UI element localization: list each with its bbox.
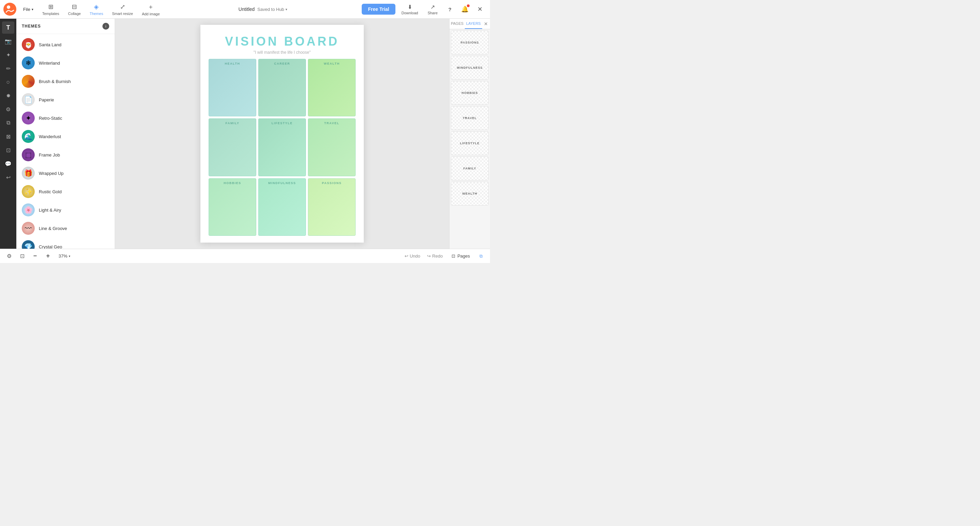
tool-smart-resize[interactable]: ⤢ Smart resize	[108, 2, 137, 17]
vb-cell-passions[interactable]: PASSIONS	[308, 178, 356, 236]
left-icon-speech[interactable]: 💬	[2, 157, 14, 170]
doc-title[interactable]: Untitled	[239, 6, 255, 12]
vb-cell-family[interactable]: FAMILY	[208, 118, 256, 176]
theme-item-wrapped-up[interactable]: 🎁 Wrapped Up	[16, 164, 115, 182]
left-icon-crop[interactable]: ⊠	[2, 130, 14, 143]
vb-cell-lifestyle[interactable]: LIFESTYLE	[258, 118, 306, 176]
left-icon-adjust[interactable]: ⚙	[2, 103, 14, 115]
right-close-button[interactable]: ✕	[482, 19, 490, 29]
pages-label: Pages	[457, 253, 470, 259]
canvas-size-button[interactable]: ⊡	[17, 251, 27, 261]
zoom-display[interactable]: 37% ▾	[56, 252, 73, 260]
theme-thumb-line-groove: 〰	[22, 222, 35, 235]
theme-item-retro-static[interactable]: ✦ Retro-Static	[16, 109, 115, 127]
notification-button[interactable]: 🔔	[459, 3, 471, 15]
settings-icon: ⚙	[7, 253, 11, 259]
left-iconbar: T 📷 ✦ ✏ ○ ✸ ⚙ ⧉ ⊠ ⊡ 💬	[0, 19, 16, 249]
share-label: Share	[428, 11, 438, 15]
theme-item-paperie[interactable]: 📄 Paperie	[16, 91, 115, 109]
left-icon-text[interactable]: T	[2, 21, 14, 34]
layers-icon: ⧉	[6, 120, 10, 126]
vb-cell-travel[interactable]: TRAVEL	[308, 118, 356, 176]
layer-item-hobbies[interactable]: HOBBIES	[451, 81, 488, 105]
vb-cell-career-label: CAREER	[274, 62, 290, 65]
zoom-in-button[interactable]: +	[43, 251, 53, 261]
help-icon: ?	[448, 6, 451, 12]
pages-button[interactable]: ⊡ Pages	[448, 252, 473, 260]
theme-item-wanderlust[interactable]: 🌊 Wanderlust	[16, 127, 115, 146]
redo-label: Redo	[432, 253, 443, 259]
help-button[interactable]: ?	[444, 3, 456, 15]
tool-templates[interactable]: ⊞ Templates	[38, 2, 63, 17]
vb-cell-health[interactable]: HEALTH	[208, 59, 256, 116]
vision-board-grid: HEALTH CAREER WEALTH FAMILY LIFESTYLE TR…	[208, 59, 356, 236]
download-label: Download	[401, 11, 418, 15]
layer-checker	[451, 56, 488, 79]
tab-layers[interactable]: LAYERS	[465, 19, 482, 29]
themes-info-icon[interactable]: i	[102, 23, 109, 30]
layer-item-wealth[interactable]: WEALTH	[451, 182, 488, 205]
theme-name-line-groove: Line & Groove	[39, 226, 67, 231]
layers-button[interactable]: ⧉	[476, 252, 486, 260]
zoom-out-button[interactable]: −	[30, 251, 40, 261]
left-icon-paint[interactable]: ✏	[2, 62, 14, 75]
bottom-right: ⊡ Pages ⧉	[448, 252, 486, 260]
tab-pages[interactable]: PAGES	[450, 19, 465, 29]
left-icon-pages[interactable]: ⊡	[2, 144, 14, 156]
left-icon-layers[interactable]: ⧉	[2, 117, 14, 129]
download-button[interactable]: ⬇ Download	[398, 2, 422, 17]
tool-add-image[interactable]: ＋ Add image	[138, 1, 164, 18]
left-icon-stickers[interactable]: ✸	[2, 89, 14, 102]
share-button[interactable]: ↗ Share	[424, 2, 441, 17]
smart-resize-icon: ⤢	[120, 3, 125, 11]
layers-list: PASSIONS MINDFULNESS HOBBIES TRAVEL LIFE…	[450, 29, 490, 249]
undo-button[interactable]: ↩ Undo	[402, 252, 423, 260]
undo-icon-left: ↩	[6, 174, 11, 181]
left-icon-photo[interactable]: 📷	[2, 35, 14, 47]
theme-item-santa-land[interactable]: 🎅 Santa Land	[16, 35, 115, 54]
pages-icon-bottom: ⊡	[452, 253, 455, 259]
saved-to-hub[interactable]: Saved to Hub ▾	[257, 7, 287, 12]
app-logo[interactable]	[3, 2, 17, 16]
left-icon-undo[interactable]: ↩	[2, 171, 14, 183]
theme-item-frame-job[interactable]: ⬚ Frame Job	[16, 146, 115, 164]
layer-item-travel[interactable]: TRAVEL	[451, 106, 488, 130]
vb-cell-wealth[interactable]: WEALTH	[308, 59, 356, 116]
theme-thumb-light-airy: 🌸	[22, 203, 35, 216]
themes-icon: ◈	[94, 3, 99, 11]
canvas-size-icon: ⊡	[20, 253, 24, 259]
left-icon-circle[interactable]: ○	[2, 76, 14, 88]
theme-item-light-airy[interactable]: 🌸 Light & Airy	[16, 201, 115, 219]
theme-item-brush-burnish[interactable]: Brush & Burnish	[16, 72, 115, 91]
tool-collage[interactable]: ⊟ Collage	[64, 2, 85, 17]
crop-icon: ⊠	[6, 133, 11, 140]
layer-checker	[451, 81, 488, 105]
layer-item-lifestyle[interactable]: LIFESTYLE	[451, 131, 488, 155]
theme-item-crystal-geo[interactable]: 💎 Crystal Geo	[16, 237, 115, 249]
theme-item-rustic-gold[interactable]: ✨ Rustic Gold	[16, 182, 115, 201]
left-icon-effects[interactable]: ✦	[2, 49, 14, 61]
themes-label: Themes	[89, 11, 103, 16]
tool-themes[interactable]: ◈ Themes	[86, 2, 107, 17]
settings-button[interactable]: ⚙	[4, 251, 14, 261]
layer-item-mindfulness[interactable]: MINDFULNESS	[451, 56, 488, 79]
theme-item-winterland[interactable]: ❄ Winterland	[16, 54, 115, 72]
file-menu[interactable]: File ▾	[20, 5, 37, 14]
vb-cell-mindfulness[interactable]: MINDFULNESS	[258, 178, 306, 236]
vb-cell-health-label: HEALTH	[225, 62, 240, 65]
close-button[interactable]: ✕	[474, 3, 486, 15]
layer-item-family[interactable]: FAMILY	[451, 157, 488, 180]
bottom-bar: ⚙ ⊡ − + 37% ▾ ↩ Undo ↪ Redo ⊡ Pages ⧉	[0, 249, 490, 263]
theme-name-retro-static: Retro-Static	[39, 116, 62, 121]
vb-cell-career[interactable]: CAREER	[258, 59, 306, 116]
notification-badge	[467, 5, 469, 7]
paint-icon: ✏	[6, 65, 11, 72]
free-trial-button[interactable]: Free Trial	[362, 4, 395, 14]
theme-item-line-groove[interactable]: 〰 Line & Groove	[16, 219, 115, 237]
redo-button[interactable]: ↪ Redo	[424, 252, 445, 260]
undo-redo-group: ↩ Undo ↪ Redo	[402, 252, 445, 260]
theme-thumb-brush-burnish	[22, 75, 35, 88]
vb-cell-hobbies[interactable]: HOBBIES	[208, 178, 256, 236]
layer-item-passions[interactable]: PASSIONS	[451, 31, 488, 54]
vision-board: VISION BOARD "I will manifest the life I…	[200, 25, 364, 243]
